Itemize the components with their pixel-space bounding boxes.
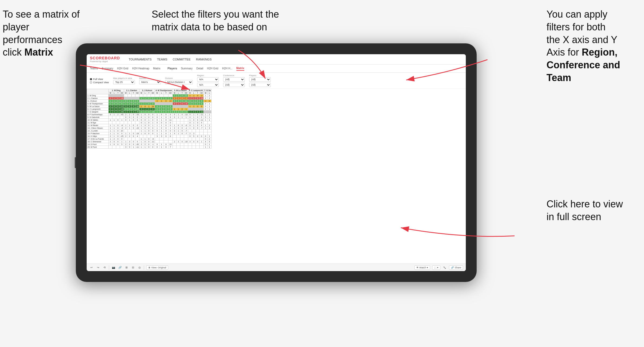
matrix-cell: 2 <box>124 113 128 116</box>
matrix-cell: -7 <box>184 132 188 135</box>
full-view-radio[interactable] <box>90 78 92 80</box>
compact-view-option[interactable]: Compact View <box>90 81 109 84</box>
matrix-cell <box>177 146 180 149</box>
matrix-cell: 0 <box>132 140 135 143</box>
sub-col-dif1: Dif <box>120 92 124 94</box>
nav-committee[interactable]: COMMITTEE <box>173 57 191 62</box>
matrix-cell: 0 <box>180 127 184 130</box>
sub-nav-h2h-grid-2[interactable]: H2H Grid <box>207 66 219 70</box>
matrix-cell <box>135 130 139 132</box>
matrix-cell <box>143 94 147 97</box>
region-select-2[interactable]: N/A <box>197 83 219 87</box>
conference-select-2[interactable]: (All) <box>223 83 245 87</box>
matrix-cell: 3 <box>139 108 143 111</box>
matrix-cell: 0 <box>159 127 164 130</box>
matrix-cell: 0 <box>196 135 200 138</box>
matrix-cell: 0 <box>124 100 128 102</box>
sub-nav-h2h-grid[interactable]: H2H Grid <box>117 66 128 70</box>
matrix-cell: 1 <box>139 140 143 143</box>
matrix-cell: 0 <box>147 132 151 135</box>
matrix-cell: 1 <box>139 102 143 105</box>
matrix-cell: 1 <box>207 119 211 121</box>
matrix-cell: 0 <box>196 100 200 102</box>
sub-nav-summary-1[interactable]: Summary <box>102 66 113 70</box>
watch-button[interactable]: 👁 Watch ▾ <box>414 265 430 270</box>
matrix-cell: 4 <box>200 121 204 124</box>
matrix-cell: 0 <box>155 121 159 124</box>
gender-select[interactable]: Men's <box>139 80 161 84</box>
matrix-cell <box>207 121 211 124</box>
matrix-cell: 1 <box>155 111 159 113</box>
matrix-cell <box>180 138 184 140</box>
matrix-cell: -11 <box>120 105 124 108</box>
matrix-cell <box>143 135 147 138</box>
matrix-cell: 0 <box>112 140 116 143</box>
matrix-cell: 0 <box>188 135 192 138</box>
screen-button[interactable]: ⬚ ▾ <box>432 265 441 270</box>
matrix-cell: 0 <box>147 143 151 146</box>
matrix-cell <box>132 94 135 97</box>
matrix-cell: 1 <box>177 132 180 135</box>
matrix-cell <box>120 116 124 119</box>
conference-select-1[interactable]: (All) <box>223 77 245 82</box>
matrix-cell: 1 <box>192 97 196 100</box>
refresh-icon[interactable]: ⟲ <box>102 265 107 270</box>
matrix-cell: 1 <box>139 113 143 116</box>
undo-icon[interactable]: ↩ <box>89 265 94 270</box>
matrix-cell: 1 <box>155 97 159 100</box>
nav-rankings[interactable]: RANKINGS <box>196 57 212 62</box>
matrix-cell: -8 <box>151 138 155 140</box>
player-name-cell: 17. S De La Fuente <box>87 138 109 140</box>
matrix-cell: 0 <box>135 116 139 119</box>
player-name-cell: 7. G Sargent <box>87 111 109 113</box>
matrix-area[interactable]: 1. W Ding 2. L Clanton 3. J Koivun 4. M … <box>87 89 466 265</box>
minus-icon[interactable]: ⊟ <box>131 265 135 270</box>
matrix-cell: 1 <box>188 111 192 113</box>
redo-icon[interactable]: ↪ <box>96 265 100 270</box>
sub-nav-h2h-h[interactable]: H2H H... <box>222 66 232 70</box>
camera-icon[interactable]: 📷 <box>111 265 116 270</box>
matrix-cell: 1 <box>151 124 155 127</box>
matrix-cell: 11 <box>184 100 188 102</box>
matrix-cell: 1 <box>192 121 196 124</box>
player-name-cell: 4. M Thorbjornsen <box>87 102 109 105</box>
region-select-1[interactable]: N/A <box>197 77 219 82</box>
matrix-cell: 1 <box>168 132 173 135</box>
sub-nav-detail[interactable]: Detail <box>196 66 203 70</box>
sub-nav-teams[interactable]: Teams <box>90 66 98 70</box>
matrix-cell: 0 <box>151 97 155 100</box>
matrix-cell: 1 <box>192 124 196 127</box>
view-original-button[interactable]: 🖥 View: Original <box>146 265 168 270</box>
max-players-select[interactable]: Top 25 <box>113 80 135 84</box>
matrix-cell: 0 <box>164 119 168 121</box>
sub-col-t5: T <box>180 92 184 94</box>
nav-tournaments[interactable]: TOURNAMENTS <box>129 57 152 62</box>
sub-col-dif2: Dif <box>135 92 139 94</box>
division-select[interactable]: NCAA Division I <box>165 80 193 84</box>
sub-nav-h2h-heatmap[interactable]: H2H Heatmap <box>132 66 149 70</box>
sub-nav-matrix-1[interactable]: Matrix <box>153 66 160 70</box>
sub-nav-players[interactable]: Players <box>168 66 177 70</box>
matrix-cell: 0 <box>132 105 135 108</box>
sub-nav-summary-2[interactable]: Summary <box>181 66 193 70</box>
full-view-option[interactable]: Full View <box>90 78 109 81</box>
circle-icon[interactable]: ◎ <box>137 265 142 270</box>
players-select-1[interactable]: (All) <box>249 77 271 82</box>
matrix-cell: 2 <box>173 127 177 130</box>
link-icon[interactable]: 🔗 <box>118 265 122 270</box>
sub-nav-matrix-active[interactable]: Matrix <box>236 66 244 71</box>
fullscreen-icon[interactable]: ⤡ <box>443 265 447 270</box>
matrix-cell: 0 <box>173 113 177 116</box>
table-row: 9. N Gabrelcik0000010001090111010001 <box>87 116 212 119</box>
grid-icon[interactable]: ⊞ <box>124 265 129 270</box>
matrix-cell: 1 <box>173 111 177 113</box>
col-header-3: 3. J Koivun <box>139 89 155 92</box>
matrix-cell: -11 <box>200 111 204 113</box>
nav-teams[interactable]: TEAMS <box>157 57 167 62</box>
compact-view-radio[interactable] <box>90 81 92 83</box>
annotation-top-center: Select the filters you want the matrix d… <box>152 8 292 34</box>
players-select-2[interactable]: (All) <box>249 83 271 87</box>
matrix-cell <box>173 138 177 140</box>
share-button[interactable]: 🔗 Share <box>449 265 463 270</box>
matrix-cell <box>196 143 200 146</box>
